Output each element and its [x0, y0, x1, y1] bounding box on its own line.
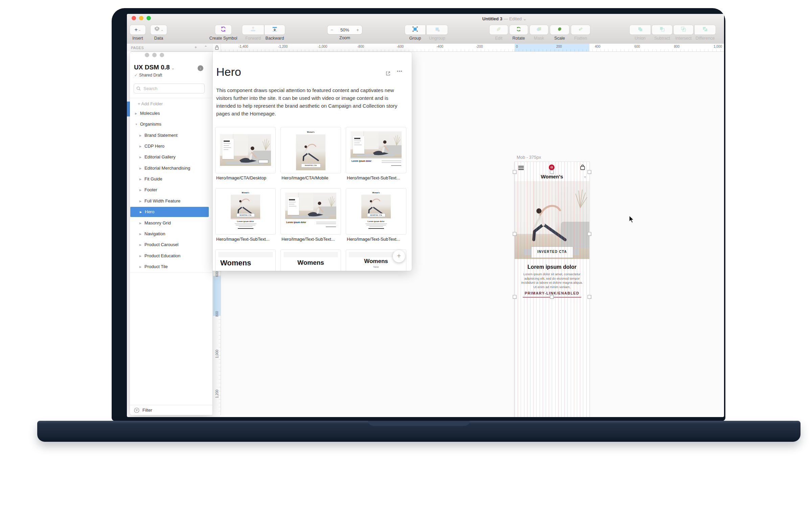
disclosure-triangle-icon[interactable]: ▶ — [139, 196, 141, 206]
toolbar-edit[interactable]: Edit — [489, 25, 508, 41]
disclosure-triangle-icon[interactable]: ▶ — [139, 141, 141, 152]
sidebar-item-molecules[interactable]: ▶Molecules — [130, 108, 212, 119]
component-description: This component draws special attention t… — [216, 86, 408, 118]
toolbar-union[interactable]: Union — [629, 25, 651, 41]
toolbar-data[interactable]: ⌄ Data — [150, 25, 167, 41]
zoom-window-button[interactable] — [146, 16, 151, 20]
selection-handle[interactable] — [550, 170, 554, 174]
toolbar-difference[interactable]: Difference — [694, 25, 716, 41]
toolbar-group[interactable]: Group — [404, 25, 426, 41]
selection-handle[interactable] — [588, 232, 591, 236]
disclosure-triangle-icon[interactable]: ▶ — [139, 262, 141, 272]
search-field[interactable] — [134, 84, 205, 94]
component-card-womens[interactable]: Womens — [280, 249, 341, 271]
toolbar-flatten[interactable]: Flatten — [570, 25, 591, 41]
library-switcher[interactable]: UX DSM 0.8⌄ — [134, 64, 174, 71]
minimize-window-button[interactable] — [139, 16, 143, 20]
ruler-corner-lock[interactable] — [213, 44, 221, 52]
search-input[interactable] — [143, 84, 203, 93]
sidebar-item-editorial-gallery[interactable]: ▶Editorial Gallery — [130, 152, 212, 162]
download-button[interactable]: ↓ — [197, 65, 203, 71]
sidebar-item-footer[interactable]: ▶Footer — [130, 185, 212, 195]
sidebar-item-hero[interactable]: ▶Hero — [130, 207, 209, 217]
more-options-button[interactable]: ••• — [397, 69, 403, 74]
disclosure-triangle-icon[interactable]: ▶ — [139, 174, 141, 184]
filter-bar[interactable]: Filter — [130, 405, 212, 415]
mini-cta-button: INVERTED CTA — [301, 163, 321, 167]
mask-icon — [536, 26, 542, 34]
flatten-icon — [578, 26, 584, 34]
toolbar-forward[interactable]: Forward — [242, 25, 264, 41]
selection-handle[interactable] — [550, 295, 554, 299]
panel-zoom-button[interactable] — [160, 53, 164, 57]
add-component-button[interactable]: + — [393, 250, 405, 262]
artboard-mob-375[interactable]: Ω Women's ⌄ INVERTED CTA Lorem ipsum dol… — [515, 162, 589, 417]
component-card-text-subtext[interactable]: Lorem ipsum dolor — [280, 188, 341, 235]
disclosure-triangle-icon[interactable]: ▶ — [139, 163, 141, 174]
sidebar-item-product-tile[interactable]: ▶Product Tile — [130, 262, 212, 272]
womens-card-sub: New — [346, 265, 406, 268]
selection-handle[interactable] — [513, 170, 517, 174]
move-backward-icon — [272, 26, 278, 34]
toolbar-scale[interactable]: Scale — [549, 25, 570, 41]
selection-handle[interactable] — [513, 232, 517, 236]
sidebar-item-organisms[interactable]: ▼Organisms — [130, 119, 212, 129]
sidebar-item-brand-statement[interactable]: ▶Brand Statement — [130, 130, 212, 140]
toolbar-create-symbol[interactable]: Create Symbol — [208, 25, 238, 41]
disclosure-triangle-icon[interactable]: ▼ — [135, 120, 138, 130]
add-folder-button[interactable]: + Add Folder — [138, 101, 163, 106]
sidebar-item-masonry-grid[interactable]: ▶Masonry Grid — [130, 218, 212, 228]
add-page-button[interactable]: + — [194, 45, 197, 50]
toolbar-insert[interactable]: +⌄ Insert — [130, 25, 146, 41]
selection-handle[interactable] — [513, 295, 517, 299]
disclosure-triangle-icon[interactable]: ▶ — [139, 229, 141, 239]
ruler-tick-label: -1,000 — [318, 45, 327, 48]
zoom-in-button[interactable]: + — [353, 27, 362, 33]
intersect-icon — [680, 26, 686, 34]
selection-handle[interactable] — [588, 295, 591, 299]
open-external-icon[interactable] — [386, 71, 391, 78]
toolbar-rotate[interactable]: Rotate — [509, 25, 528, 41]
component-card-text-subtext[interactable]: Women's INVERTED CTA Lorem ipsum dolor — [215, 188, 276, 235]
horizontal-ruler[interactable]: -1,400 -1,200 -1,000 -800 -600 -400 -200… — [213, 44, 724, 52]
edit-icon — [496, 26, 502, 34]
disclosure-triangle-icon[interactable]: ▶ — [139, 130, 141, 141]
sidebar-item-full-width-feature[interactable]: ▶Full Width Feature — [130, 196, 212, 206]
disclosure-triangle-icon[interactable]: ▶ — [139, 218, 141, 228]
toolbar-ungroup[interactable]: Ungroup — [426, 25, 448, 41]
toolbar-mask[interactable]: Mask — [529, 25, 549, 41]
toolbar-subtract[interactable]: Subtract — [651, 25, 673, 41]
panel-minimize-button[interactable] — [152, 53, 157, 57]
component-card-desktop-cta[interactable] — [215, 127, 276, 173]
panel-close-button[interactable] — [145, 53, 149, 57]
component-card-text-subtext[interactable]: Women's INVERTED CTA Lorem ipsum dolor — [346, 188, 406, 235]
disclosure-triangle-icon[interactable]: ▶ — [135, 109, 137, 119]
selection-handle[interactable] — [588, 170, 591, 174]
sidebar-item-product-education[interactable]: ▶Product Education — [130, 251, 212, 261]
title-chevron-icon[interactable]: ⌄ — [523, 16, 527, 21]
collapse-pages-button[interactable]: ⌃ — [204, 45, 207, 50]
disclosure-triangle-icon[interactable]: ▶ — [139, 185, 141, 195]
disclosure-triangle-icon[interactable]: ▶ — [139, 240, 141, 250]
component-card-womens[interactable]: Womens — [215, 249, 276, 271]
sidebar-item-cdp-hero[interactable]: ▶CDP Hero — [130, 141, 212, 151]
close-window-button[interactable] — [132, 16, 136, 20]
chevron-down-icon: ⌄ — [584, 174, 586, 178]
mini-lorem-title: Lorem ipsum dolor — [352, 160, 372, 162]
sidebar-item-editorial-merchandising[interactable]: ▶Editorial Merchandising — [130, 163, 212, 173]
component-card-text-subtext[interactable]: Lorem ipsum dolor — [346, 127, 406, 173]
filter-icon — [134, 407, 139, 414]
disclosure-triangle-icon[interactable]: ▶ — [139, 251, 141, 261]
toolbar-backward[interactable]: Backward — [264, 25, 285, 41]
disclosure-triangle-icon[interactable]: ▶ — [140, 207, 142, 217]
sidebar-item-navigation[interactable]: ▶Navigation — [130, 229, 212, 239]
sidebar-item-product-carousel[interactable]: ▶Product Carousel — [130, 240, 212, 250]
component-card-mobile-cta[interactable]: Women's INVERTED CTA — [280, 127, 341, 173]
artboard-label[interactable]: Mob - 375px — [517, 155, 541, 160]
disclosure-triangle-icon[interactable]: ▶ — [139, 152, 141, 162]
zoom-out-button[interactable]: − — [328, 27, 336, 33]
toolbar-intersect[interactable]: Intersect — [673, 25, 694, 41]
sidebar-item-fit-guide[interactable]: ▶Fit Guide — [130, 174, 212, 184]
plus-icon: + — [138, 101, 140, 106]
lululemon-logo-icon: Ω — [549, 164, 555, 170]
